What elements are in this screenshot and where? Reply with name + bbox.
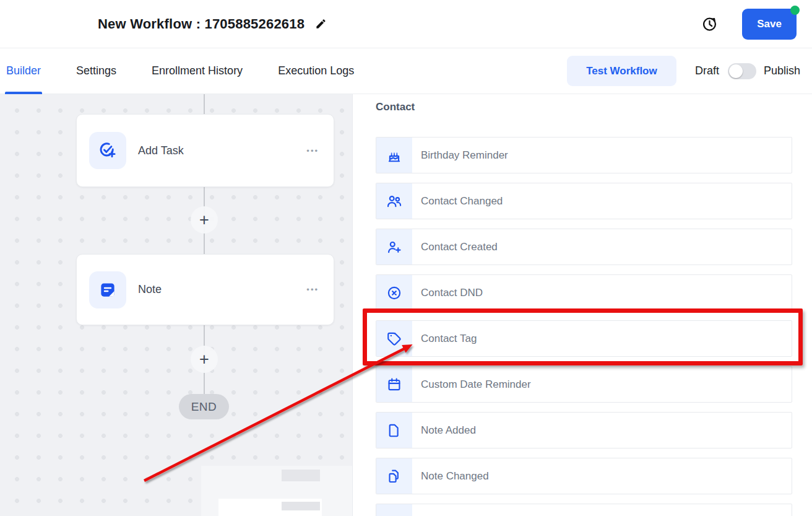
- trigger-label: Note Added: [421, 424, 476, 437]
- pencil-icon: [315, 18, 327, 30]
- file-icon: [376, 413, 412, 448]
- version-history-button[interactable]: [701, 15, 719, 33]
- skeleton-bar: [282, 502, 320, 510]
- trigger-note-added[interactable]: Note Added: [376, 412, 792, 448]
- trigger-contact-created[interactable]: Contact Created: [376, 229, 792, 265]
- node-menu-button[interactable]: •••: [306, 285, 319, 294]
- trigger-label: Contact Changed: [421, 195, 503, 208]
- files-icon: [376, 458, 412, 494]
- trigger-contact-dnd[interactable]: Contact DND: [376, 274, 792, 311]
- tab-settings[interactable]: Settings: [75, 48, 118, 94]
- trigger-icon-cell: [376, 504, 412, 516]
- users-icon: [376, 183, 412, 219]
- publish-toggle[interactable]: [728, 63, 756, 79]
- tab-execution-logs[interactable]: Execution Logs: [277, 48, 355, 94]
- trigger-panel: Contact Birthday Reminder Contact Change…: [353, 94, 812, 516]
- trigger-birthday-reminder[interactable]: Birthday Reminder: [376, 137, 792, 173]
- section-title-contact: Contact: [376, 101, 415, 113]
- edit-title-button[interactable]: [315, 18, 327, 30]
- workflow-title: New Workflow : 1705885262618: [98, 16, 304, 32]
- trigger-label: Contact Tag: [421, 333, 477, 345]
- node-label: Note: [138, 283, 162, 296]
- calendar-icon: [376, 367, 412, 402]
- trigger-label: Birthday Reminder: [421, 149, 508, 162]
- skeleton-bar: [282, 470, 320, 481]
- header-actions: Save: [701, 9, 812, 40]
- workflow-title-group: New Workflow : 1705885262618: [98, 16, 327, 32]
- draft-label: Draft: [695, 64, 719, 77]
- user-plus-icon: [376, 229, 412, 265]
- trigger-custom-date-reminder[interactable]: Custom Date Reminder: [376, 366, 792, 403]
- trigger-label: Contact Created: [421, 241, 498, 253]
- publish-label: Publish: [764, 64, 800, 77]
- add-step-button[interactable]: +: [191, 346, 218, 373]
- workflow-builder-app: New Workflow : 1705885262618 Save: [0, 0, 812, 516]
- clock-history-icon: [701, 15, 719, 33]
- end-node: END: [179, 394, 229, 419]
- trigger-row-partial[interactable]: [376, 504, 792, 516]
- canvas-preview-skeleton: [201, 466, 353, 516]
- node-add-task[interactable]: Add Task •••: [76, 114, 334, 187]
- node-menu-button[interactable]: •••: [306, 146, 319, 155]
- circle-x-icon: [376, 275, 412, 310]
- save-button[interactable]: Save: [742, 9, 797, 40]
- test-workflow-button[interactable]: Test Workflow: [567, 56, 676, 86]
- tab-enrollment-history[interactable]: Enrollment History: [150, 48, 244, 94]
- unsaved-changes-badge: [790, 6, 800, 15]
- trigger-label: Contact DND: [421, 287, 483, 299]
- node-note[interactable]: Note •••: [76, 254, 334, 325]
- tab-builder[interactable]: Builder: [5, 48, 42, 94]
- skeleton-row: [218, 499, 322, 516]
- header: New Workflow : 1705885262618 Save: [0, 0, 812, 48]
- tag-icon: [376, 321, 412, 356]
- node-label: Add Task: [138, 144, 184, 157]
- tab-bar: Builder Settings Enrollment History Exec…: [0, 48, 812, 94]
- content-area: Add Task ••• + Note ••• + END: [0, 94, 812, 516]
- add-step-button[interactable]: +: [191, 206, 218, 234]
- note-icon: [89, 271, 126, 308]
- trigger-label: Note Changed: [421, 470, 489, 483]
- connector-line: [204, 94, 205, 114]
- cake-icon: [376, 138, 412, 173]
- publish-toggle-knob: [729, 64, 743, 78]
- trigger-contact-tag[interactable]: Contact Tag: [376, 320, 792, 357]
- trigger-label: Custom Date Reminder: [421, 378, 531, 391]
- trigger-contact-changed[interactable]: Contact Changed: [376, 183, 792, 219]
- trigger-note-changed[interactable]: Note Changed: [376, 458, 792, 494]
- save-button-label: Save: [757, 18, 782, 30]
- task-check-plus-icon: [89, 132, 126, 169]
- workflow-canvas[interactable]: Add Task ••• + Note ••• + END: [0, 94, 353, 516]
